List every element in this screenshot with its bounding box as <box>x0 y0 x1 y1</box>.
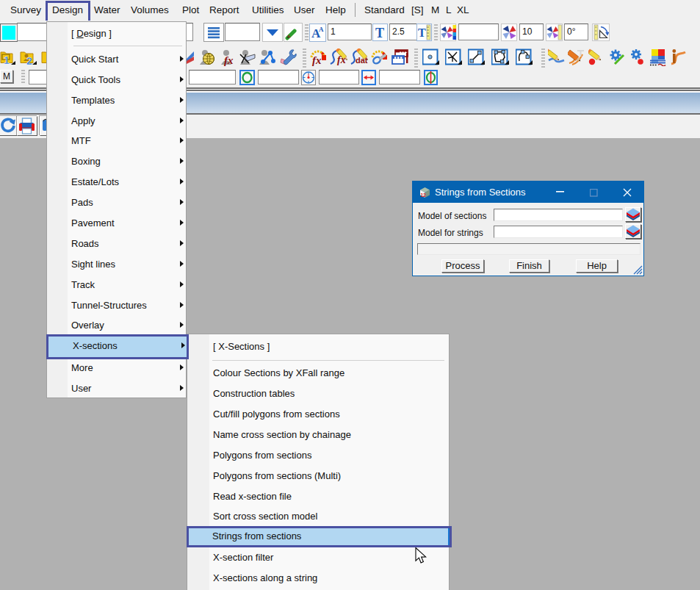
svg-text:2: 2 <box>26 55 32 67</box>
svg-text:fx: fx <box>224 54 234 66</box>
svg-text:fx: fx <box>312 54 322 66</box>
svg-text:dat: dat <box>356 56 368 65</box>
svg-text:12: 12 <box>421 193 427 198</box>
svg-text:T: T <box>375 26 384 40</box>
svg-text:A: A <box>319 26 324 33</box>
svg-text:1: 1 <box>4 54 10 66</box>
svg-text:T: T <box>418 26 426 39</box>
svg-text:fx: fx <box>337 54 346 65</box>
